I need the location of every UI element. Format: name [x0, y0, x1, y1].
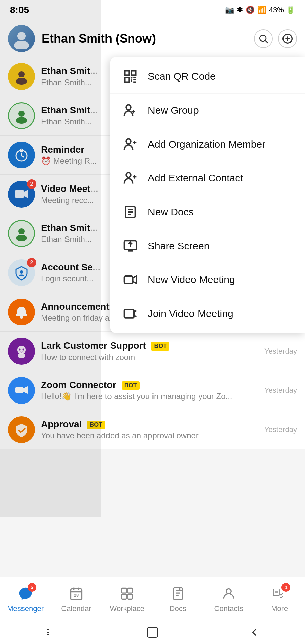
qr-icon	[122, 68, 138, 85]
workplace-icon	[118, 585, 136, 602]
svg-point-38	[126, 139, 131, 144]
bluetooth-icon: ✱	[237, 6, 243, 14]
nav-messenger[interactable]: 5 Messenger	[0, 577, 51, 621]
nav-calendar[interactable]: 28 Calendar	[51, 577, 101, 621]
bot-badge: BOT	[151, 342, 169, 351]
header-actions	[254, 29, 297, 48]
svg-point-64	[226, 589, 231, 594]
svg-rect-31	[125, 78, 129, 82]
nav-more-label: More	[271, 604, 288, 613]
nav-workplace-label: Workplace	[110, 604, 145, 613]
docs-nav-icon	[169, 585, 187, 602]
nav-more[interactable]: 1 More	[254, 577, 305, 621]
recent-apps-button[interactable]	[244, 626, 264, 639]
battery-text: 43% 🔋	[269, 6, 295, 14]
svg-rect-30	[132, 71, 136, 75]
share-screen-label: Share Screen	[148, 240, 209, 252]
new-docs-label: New Docs	[148, 206, 194, 218]
messenger-icon: 5	[17, 585, 34, 602]
mute-icon: 🔇	[246, 6, 255, 14]
join-video-label: Join Video Meeting	[148, 308, 233, 319]
nav-contacts-label: Contacts	[214, 604, 244, 613]
scan-qr-label: Scan QR Code	[148, 71, 216, 82]
nav-contacts[interactable]: Contacts	[203, 577, 254, 621]
calendar-icon: 28	[68, 585, 85, 602]
new-group-icon	[122, 102, 138, 118]
scan-qr-item[interactable]: Scan QR Code	[110, 60, 305, 94]
svg-rect-48	[124, 276, 133, 283]
nav-messenger-label: Messenger	[7, 604, 44, 613]
svg-line-3	[265, 41, 268, 43]
svg-rect-62	[128, 594, 133, 599]
system-bar	[0, 621, 305, 644]
new-video-label: New Video Meeting	[148, 274, 235, 285]
add-org-icon	[122, 136, 138, 152]
nav-calendar-label: Calendar	[61, 604, 91, 613]
new-video-item[interactable]: New Video Meeting	[110, 263, 305, 297]
search-button[interactable]	[254, 29, 273, 48]
messenger-badge: 5	[28, 583, 36, 592]
add-external-item[interactable]: Add External Contact	[110, 161, 305, 195]
contacts-icon	[220, 585, 237, 602]
add-org-item[interactable]: Add Organization Member	[110, 127, 305, 161]
wifi-icon: 📶	[257, 6, 266, 14]
chat-time: Yesterday	[264, 347, 297, 356]
svg-point-39	[126, 173, 131, 178]
svg-rect-59	[122, 588, 127, 593]
add-external-label: Add External Contact	[148, 172, 243, 184]
back-button[interactable]	[41, 626, 61, 639]
join-video-item[interactable]: Join Video Meeting	[110, 297, 305, 330]
svg-point-37	[126, 105, 131, 110]
svg-rect-65	[273, 589, 279, 596]
more-badge: 1	[281, 583, 290, 592]
svg-rect-61	[122, 594, 127, 599]
svg-text:28: 28	[74, 593, 79, 598]
status-icons: 📷 ✱ 🔇 📶 43% 🔋	[225, 6, 295, 14]
bot-badge: BOT	[122, 381, 140, 390]
nav-docs-label: Docs	[170, 604, 186, 613]
new-video-icon	[122, 272, 138, 288]
more-icon: 1	[271, 585, 288, 602]
dropdown-menu: Scan QR Code New Group Add	[110, 57, 305, 333]
share-screen-icon	[122, 238, 138, 254]
main-content: 8:05 📷 ✱ 🔇 📶 43% 🔋 Ethan Smith (Snow)	[0, 0, 305, 517]
add-button[interactable]	[278, 29, 297, 48]
add-external-icon	[122, 170, 138, 186]
camera-icon: 📷	[225, 6, 234, 14]
svg-rect-50	[124, 309, 134, 318]
bottom-nav: 5 Messenger 28 Calendar	[0, 577, 305, 621]
svg-rect-63	[174, 587, 182, 600]
svg-marker-49	[133, 276, 136, 283]
svg-rect-29	[125, 71, 129, 75]
chat-time: Yesterday	[264, 386, 297, 395]
new-docs-item[interactable]: New Docs	[110, 195, 305, 229]
svg-point-2	[260, 35, 266, 41]
new-group-label: New Group	[148, 105, 199, 116]
nav-docs[interactable]: Docs	[152, 577, 203, 621]
docs-icon	[122, 204, 138, 220]
nav-workplace[interactable]: Workplace	[102, 577, 152, 621]
home-button[interactable]	[142, 626, 163, 639]
dim-overlay	[0, 0, 101, 517]
new-group-item[interactable]: New Group	[110, 94, 305, 127]
join-video-icon	[122, 306, 138, 322]
add-org-label: Add Organization Member	[148, 139, 265, 150]
chat-time: Yesterday	[264, 425, 297, 434]
share-screen-item[interactable]: Share Screen	[110, 229, 305, 263]
svg-rect-60	[128, 588, 133, 593]
